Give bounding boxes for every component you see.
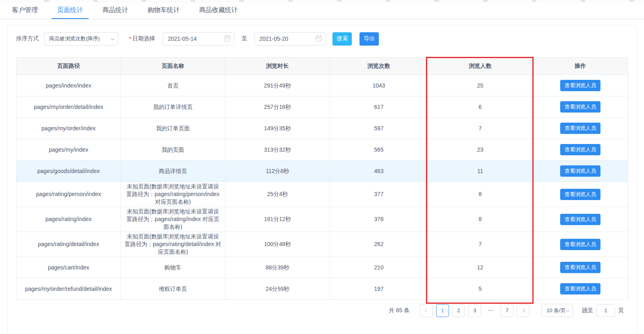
cell-page-name: 未知页面(数据库浏览地址未设置请设置路径为：pages/rating/index… xyxy=(121,207,225,232)
column-header: 浏览次数 xyxy=(330,58,428,75)
cell-page-name: 首页 xyxy=(121,75,225,96)
calendar-icon xyxy=(224,36,230,42)
view-visitors-button[interactable]: 查看浏览人员 xyxy=(560,123,600,134)
table-row: pages/my/order/refund/detail/index 维权订单页… xyxy=(17,278,628,300)
cell-page-path: pages/my/index xyxy=(17,139,121,161)
date-end-input[interactable]: 2021-05-20 xyxy=(254,32,326,46)
cell-visitor-count: 12 xyxy=(428,257,533,278)
view-visitors-button[interactable]: 查看浏览人员 xyxy=(560,283,600,294)
cell-view-count: 377 xyxy=(330,182,428,207)
required-asterisk: * xyxy=(129,35,131,42)
page-unit-label: 页 xyxy=(618,307,624,314)
view-visitors-button[interactable]: 查看浏览人员 xyxy=(560,80,600,91)
view-visitors-button[interactable]: 查看浏览人员 xyxy=(560,214,600,225)
tab-label: 商品统计 xyxy=(102,6,128,15)
page-number-button[interactable]: 2 xyxy=(452,304,465,317)
cell-view-count: 597 xyxy=(330,118,428,139)
page-number-button[interactable]: 3 xyxy=(468,304,481,317)
cell-visitor-count: 7 xyxy=(428,118,533,139)
sort-label: 排序方式 xyxy=(16,35,39,42)
cell-view-count: 463 xyxy=(330,161,428,182)
tab[interactable]: 页面统计 xyxy=(52,2,89,19)
cell-page-name: 我的页面 xyxy=(121,139,225,161)
cell-page-name: 我的订单详情页 xyxy=(121,96,225,118)
pagination-total: 共 65 条 xyxy=(389,307,409,314)
calendar-icon xyxy=(316,36,322,42)
table-row: pages/my/order/detail/index 我的订单详情页 257分… xyxy=(17,96,628,118)
cell-action: 查看浏览人员 xyxy=(533,118,628,139)
table-row: pages/rating/index 未知页面(数据库浏览地址未设置请设置路径为… xyxy=(17,207,628,232)
column-header: 页面路径 xyxy=(17,58,121,75)
view-visitors-button[interactable]: 查看浏览人员 xyxy=(560,189,600,200)
date-start-input[interactable]: 2021-05-14 xyxy=(163,32,234,46)
next-page-button[interactable] xyxy=(517,304,530,317)
content-card: 排序方式 商品被浏览次数(降序) * 日期选择 2021-05-14 至 202… xyxy=(7,25,637,334)
tab-label: 客户管理 xyxy=(12,6,38,15)
cell-view-count: 197 xyxy=(330,278,428,300)
tab-bar: 客户管理 页面统计 商品统计 购物车统计 商品收藏统计 xyxy=(0,2,644,19)
date-end-value: 2021-05-20 xyxy=(259,35,288,42)
page-size-select[interactable]: 10 条/页 xyxy=(542,304,573,317)
cell-visitor-count: 11 xyxy=(428,161,533,182)
page-number-button[interactable]: 7 xyxy=(501,304,513,317)
sort-select[interactable]: 商品被浏览次数(降序) xyxy=(44,32,118,46)
cell-action: 查看浏览人员 xyxy=(533,182,628,207)
jump-page-input[interactable] xyxy=(596,304,615,317)
tab[interactable]: 商品统计 xyxy=(97,2,134,19)
table-row: pages/rating/detail/index 未知页面(数据库浏览地址未设… xyxy=(17,232,628,257)
view-visitors-button[interactable]: 查看浏览人员 xyxy=(560,165,600,177)
cell-view-duration: 25分4秒 xyxy=(225,182,330,207)
chevron-left-icon xyxy=(424,309,428,313)
cell-visitor-count: 25 xyxy=(428,75,533,96)
cell-page-path: pages/my/order/detail/index xyxy=(17,96,121,118)
view-visitors-button[interactable]: 查看浏览人员 xyxy=(560,101,600,113)
tab-label: 购物车统计 xyxy=(147,6,180,15)
cell-view-count: 617 xyxy=(330,96,428,118)
cell-view-duration: 257分16秒 xyxy=(225,96,330,118)
tab[interactable]: 商品收藏统计 xyxy=(193,2,243,19)
table-row: pages/my/order/index 我的订单页面 149分35秒 597 … xyxy=(17,118,628,139)
cell-page-name: 我的订单页面 xyxy=(121,118,225,139)
jump-to-label: 跳至 xyxy=(582,307,593,314)
view-visitors-button[interactable]: 查看浏览人员 xyxy=(560,239,600,250)
view-visitors-button[interactable]: 查看浏览人员 xyxy=(560,262,600,273)
cell-view-duration: 112分8秒 xyxy=(225,161,330,182)
cell-view-count: 210 xyxy=(330,257,428,278)
chevron-down-icon xyxy=(111,36,115,40)
page-size-value: 10 条/页 xyxy=(546,307,566,314)
cell-page-path: pages/rating/index xyxy=(17,207,121,232)
cell-visitor-count: 23 xyxy=(428,139,533,161)
cell-view-duration: 24分59秒 xyxy=(225,278,330,300)
table-row: pages/my/index 我的页面 313分32秒 565 23 查看浏览人… xyxy=(17,139,628,161)
cell-page-path: pages/my/order/index xyxy=(17,118,121,139)
date-label-group: * 日期选择 xyxy=(129,35,155,42)
filter-bar: 排序方式 商品被浏览次数(降序) * 日期选择 2021-05-14 至 202… xyxy=(16,32,628,46)
table-row: pages/cart/index 购物车 88分39秒 210 12 查看浏览人… xyxy=(17,257,628,278)
cell-visitor-count: 8 xyxy=(428,182,533,207)
cell-page-name: 未知页面(数据库浏览地址未设置请设置路径为：pages/rating/detai… xyxy=(121,232,225,257)
search-button[interactable]: 搜索 xyxy=(332,32,352,46)
cell-page-name: 维权订单页 xyxy=(121,278,225,300)
page-number-button[interactable]: 1 xyxy=(436,304,449,317)
chevron-right-icon xyxy=(521,309,525,313)
tab-label: 页面统计 xyxy=(57,6,83,15)
tab[interactable]: 购物车统计 xyxy=(142,2,185,19)
page-stats-table: 页面路径 页面名称 浏览时长 浏览次数 浏览人数 操作 pages/index/… xyxy=(16,57,628,300)
date-to-label: 至 xyxy=(241,35,247,42)
page-number-button[interactable]: ••• xyxy=(484,304,497,317)
column-header: 浏览人数 xyxy=(428,58,533,75)
cell-visitor-count: 6 xyxy=(428,96,533,118)
view-visitors-button[interactable]: 查看浏览人员 xyxy=(560,144,600,155)
cell-view-count: 565 xyxy=(330,139,428,161)
sort-select-value: 商品被浏览次数(降序) xyxy=(49,35,100,42)
cell-view-duration: 181分12秒 xyxy=(225,207,330,232)
date-start-value: 2021-05-14 xyxy=(168,35,197,42)
cell-action: 查看浏览人员 xyxy=(533,96,628,118)
cell-action: 查看浏览人员 xyxy=(533,232,628,257)
cell-visitor-count: 7 xyxy=(428,232,533,257)
export-button[interactable]: 导出 xyxy=(359,32,379,46)
date-label: 日期选择 xyxy=(132,35,155,42)
cell-page-path: pages/cart/index xyxy=(17,257,121,278)
prev-page-button[interactable] xyxy=(420,304,433,317)
tab[interactable]: 客户管理 xyxy=(6,2,44,19)
